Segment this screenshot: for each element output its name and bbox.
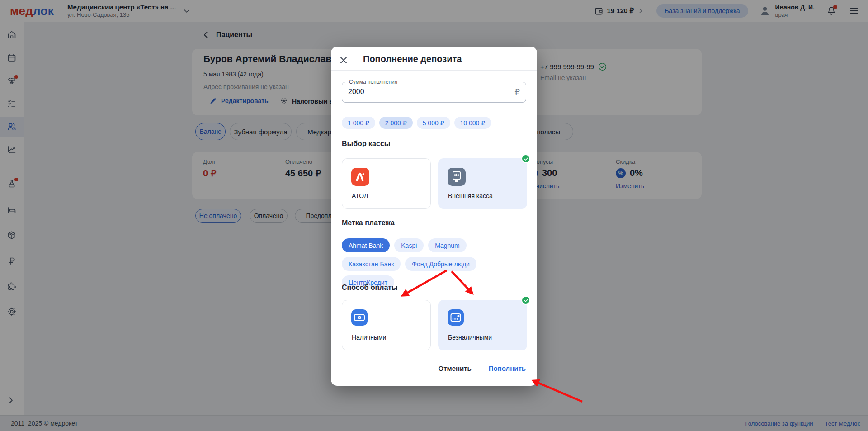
method-option-cashless[interactable]: Безналичными bbox=[438, 300, 527, 350]
atol-logo-icon bbox=[351, 168, 369, 186]
selected-check-icon bbox=[521, 154, 530, 163]
quick-amounts: 1 000 ₽ 2 000 ₽ 5 000 ₽ 10 000 ₽ bbox=[342, 117, 491, 129]
amount-input[interactable]: Сумма пополнения 2000 ₽ bbox=[342, 82, 526, 103]
modal-actions: Отменить Пополнить bbox=[439, 365, 526, 372]
kassa-option-external[interactable]: Внешняя касса bbox=[438, 158, 527, 209]
deposit-topup-modal: Пополнение депозита Сумма пополнения 200… bbox=[331, 47, 537, 386]
tag-kazakhstan-bank[interactable]: Казахстан Банк bbox=[342, 257, 401, 271]
cash-register-icon bbox=[448, 168, 466, 186]
cancel-button[interactable]: Отменить bbox=[439, 365, 472, 372]
modal-divider bbox=[331, 70, 537, 71]
kassa-external-label: Внешняя касса bbox=[448, 192, 493, 199]
tag-magnum[interactable]: Magnum bbox=[428, 238, 466, 252]
tag-ahmat-bank[interactable]: Ahmat Bank bbox=[342, 238, 390, 252]
method-heading: Способ оплаты bbox=[342, 284, 398, 292]
amount-input-label: Сумма пополнения bbox=[347, 79, 400, 85]
selected-check-icon bbox=[521, 296, 530, 305]
quick-amount-5000[interactable]: 5 000 ₽ bbox=[417, 117, 450, 129]
amount-input-value: 2000 bbox=[348, 88, 364, 96]
quick-amount-1000[interactable]: 1 000 ₽ bbox=[342, 117, 375, 129]
method-option-cash[interactable]: ₽ Наличными bbox=[342, 300, 431, 350]
topup-submit-button[interactable]: Пополнить bbox=[489, 365, 526, 372]
close-icon[interactable] bbox=[338, 55, 349, 66]
tag-heading: Метка платежа bbox=[342, 219, 395, 227]
method-cashless-label: Безналичными bbox=[448, 334, 492, 341]
kassa-option-atol[interactable]: АТОЛ bbox=[342, 158, 431, 209]
quick-amount-2000[interactable]: 2 000 ₽ bbox=[379, 117, 413, 129]
method-cash-label: Наличными bbox=[352, 334, 386, 341]
kassa-heading: Выбор кассы bbox=[342, 140, 390, 148]
app-root: медлок Медицинский центр «Тест» на ... у… bbox=[0, 0, 868, 431]
svg-text:₽: ₽ bbox=[359, 316, 360, 319]
credit-card-icon bbox=[448, 309, 464, 326]
quick-amount-10000[interactable]: 10 000 ₽ bbox=[454, 117, 491, 129]
payment-tags: Ahmat Bank Kaspi Magnum Казахстан Банк Ф… bbox=[342, 238, 528, 289]
kassa-atol-label: АТОЛ bbox=[352, 192, 368, 199]
ruble-suffix: ₽ bbox=[515, 87, 520, 97]
cash-banknote-icon: ₽ bbox=[351, 309, 368, 326]
modal-title: Пополнение депозита bbox=[363, 54, 462, 64]
tag-fond-dobrye-lyudi[interactable]: Фонд Добрые люди bbox=[405, 257, 476, 271]
tag-kaspi[interactable]: Kaspi bbox=[394, 238, 424, 252]
